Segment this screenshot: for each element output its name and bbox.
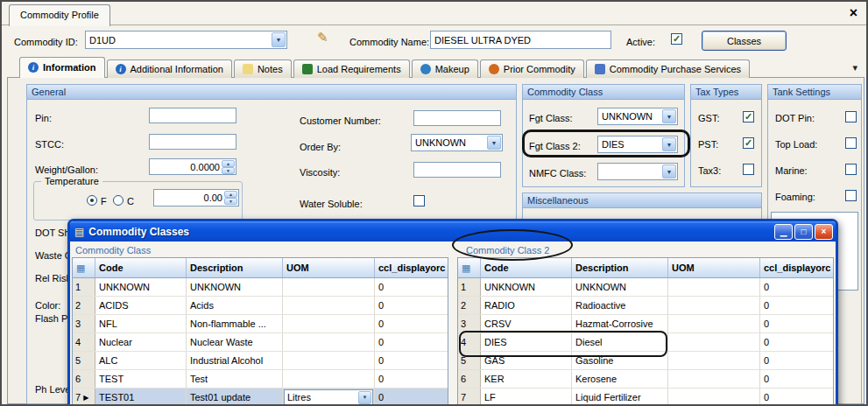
cell-code[interactable]: NFL — [95, 315, 187, 332]
cell-code[interactable]: ACIDS — [95, 297, 187, 314]
minimize-icon[interactable]: ▁ — [774, 224, 793, 240]
table-row[interactable]: 3 NFL Non-flammable ... 0 — [73, 315, 448, 333]
cell-uom[interactable] — [668, 297, 760, 314]
nmfc-class-combo[interactable]: ▼ — [597, 163, 678, 180]
cell-code[interactable]: ALC — [95, 352, 187, 369]
column-header-description[interactable]: Description — [572, 258, 668, 277]
temp-f-radio[interactable] — [87, 195, 97, 206]
close-icon[interactable]: × — [815, 224, 833, 240]
cell-description[interactable]: Gasoline — [572, 352, 668, 369]
tank-setting-checkbox[interactable] — [845, 164, 857, 175]
tab-information[interactable]: i Information — [19, 57, 105, 78]
cell-displayorder[interactable]: 0 — [375, 352, 448, 369]
dropdown-icon[interactable]: ▼ — [662, 164, 676, 178]
cell-uom[interactable] — [668, 370, 760, 388]
cell-displayorder[interactable]: 0 — [760, 297, 834, 314]
tank-setting-checkbox[interactable] — [845, 111, 857, 122]
column-header-code[interactable]: Code — [95, 258, 187, 277]
cell-uom[interactable] — [668, 388, 760, 406]
row-number-cell[interactable]: 1 — [458, 278, 481, 296]
cell-displayorder[interactable]: 0 — [375, 297, 448, 314]
cell-description[interactable]: Test — [187, 370, 283, 388]
order-by-combo[interactable]: UNKNOWN ▼ — [411, 134, 503, 151]
weight-gallon-stepper[interactable]: 0.0000 ▲ ▼ — [149, 158, 236, 175]
cell-displayorder[interactable]: 0 — [375, 333, 448, 351]
temperature-stepper[interactable]: 0.00 ▲ ▼ — [153, 189, 239, 206]
column-header-displayorder[interactable]: ccl_displayorc — [760, 258, 834, 277]
column-header-description[interactable]: Description — [187, 258, 283, 277]
close-icon[interactable]: × — [850, 5, 857, 21]
cell-displayorder[interactable]: 0 — [375, 388, 448, 406]
cell-code[interactable]: KER — [481, 370, 572, 388]
table-row[interactable]: 2 ACIDS Acids 0 — [73, 297, 448, 315]
selector-column-header[interactable]: ▦ — [458, 258, 481, 277]
row-number-cell[interactable]: 3 — [73, 315, 95, 332]
cell-code[interactable]: TEST01 — [95, 388, 187, 406]
cell-description[interactable]: Nuclear Waste — [187, 333, 283, 351]
cell-description[interactable]: UNKNOWN — [572, 278, 668, 296]
cell-code[interactable]: RADIO — [481, 297, 572, 314]
tax-type-checkbox[interactable] — [743, 164, 754, 175]
tab-commodity-profile[interactable]: Commodity Profile — [9, 4, 110, 26]
table-row[interactable]: 1 UNKNOWN UNKNOWN 0 — [73, 278, 448, 297]
row-number-cell[interactable]: 3 — [458, 315, 481, 332]
cell-code[interactable]: TEST — [95, 370, 187, 388]
cell-code[interactable]: LF — [481, 388, 572, 406]
cell-description[interactable]: Non-flammable ... — [187, 315, 283, 332]
tab-commodity-purchase-services[interactable]: Commodity Purchase Services — [586, 60, 750, 78]
tab-load-requirements[interactable]: Load Requirements — [293, 60, 410, 78]
cell-uom[interactable] — [283, 315, 375, 332]
row-number-cell[interactable]: 6 — [458, 370, 481, 388]
cell-displayorder[interactable]: 0 — [375, 370, 448, 388]
row-number-cell[interactable]: 1 — [73, 278, 95, 296]
dropdown-icon[interactable]: ▼ — [358, 391, 371, 404]
classes-button[interactable]: Classes — [702, 31, 787, 51]
cell-description[interactable]: Kerosene — [572, 370, 668, 388]
cell-uom[interactable] — [283, 278, 375, 296]
spin-down-icon[interactable]: ▼ — [224, 198, 237, 205]
column-header-uom[interactable]: UOM — [283, 258, 375, 277]
cell-displayorder[interactable]: 0 — [760, 278, 834, 296]
cell-code[interactable]: CRSV — [481, 315, 572, 332]
table-row[interactable]: 6 TEST Test 0 — [73, 370, 448, 388]
tab-prior-commodity[interactable]: Prior Commodity — [480, 60, 584, 78]
cell-description[interactable]: Acids — [187, 297, 283, 314]
row-number-cell[interactable]: 4 — [73, 333, 95, 351]
cell-displayorder[interactable]: 0 — [375, 278, 448, 296]
cell-description[interactable]: Diesel — [572, 333, 668, 351]
table-row[interactable]: 6 KER Kerosene 0 — [458, 370, 833, 388]
cell-description[interactable]: Industrial Alcohol — [187, 352, 283, 369]
cell-displayorder[interactable]: 0 — [760, 370, 834, 388]
pin-field[interactable] — [149, 108, 236, 123]
tab-notes[interactable]: Notes — [234, 60, 292, 78]
tank-setting-checkbox[interactable] — [845, 190, 857, 201]
viscosity-field[interactable] — [413, 162, 501, 178]
cell-description[interactable]: UNKNOWN — [187, 278, 283, 296]
column-header-displayorder[interactable]: ccl_displayorc — [375, 258, 448, 277]
row-number-cell[interactable]: 5 — [458, 352, 481, 369]
row-number-cell[interactable]: 6 — [73, 370, 95, 388]
cell-uom[interactable] — [668, 315, 760, 332]
tax-type-checkbox[interactable]: ✓ — [743, 111, 754, 122]
cell-uom[interactable] — [668, 333, 760, 351]
customer-number-field[interactable] — [413, 110, 501, 126]
row-number-cell[interactable]: 7▶ — [73, 388, 95, 406]
cell-code[interactable]: GAS — [481, 352, 572, 369]
tab-makeup[interactable]: Makeup — [412, 60, 478, 78]
row-number-cell[interactable]: 5 — [73, 352, 95, 369]
dropdown-icon[interactable]: ▼ — [272, 32, 286, 47]
cell-uom[interactable] — [283, 370, 375, 388]
table-row[interactable]: 7 LF Liquid Fertilizer 0 — [458, 388, 833, 406]
column-header-uom[interactable]: UOM — [668, 258, 760, 277]
dropdown-icon[interactable]: ▼ — [662, 109, 676, 123]
table-row[interactable]: 2 RADIO Radioactive 0 — [458, 297, 833, 315]
tank-setting-checkbox[interactable] — [845, 137, 857, 149]
maximize-icon[interactable]: □ — [794, 224, 813, 240]
cell-uom[interactable] — [283, 297, 375, 314]
table-row[interactable]: 5 ALC Industrial Alcohol 0 — [73, 352, 448, 370]
dropdown-icon[interactable]: ▼ — [487, 136, 501, 150]
uom-combo[interactable]: Litres▼ — [284, 389, 373, 406]
tax-type-checkbox[interactable]: ✓ — [743, 137, 754, 149]
fgt-class-combo[interactable]: UNKNOWN ▼ — [597, 108, 678, 125]
commodity-id-combo[interactable]: D1UD ▼ — [85, 31, 287, 49]
